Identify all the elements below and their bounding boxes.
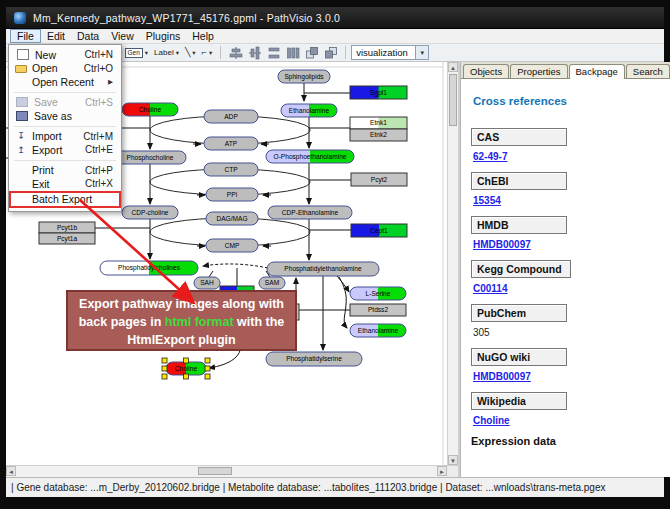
tab-properties[interactable]: Properties [510, 64, 567, 78]
tab-objects[interactable]: Objects [463, 64, 509, 78]
menu-item-shortcut: Ctrl+P [85, 165, 113, 176]
xref-link[interactable]: HMDB00097 [473, 239, 670, 250]
pathway-edge [339, 277, 347, 328]
node-choline-top[interactable]: Choline [122, 103, 178, 116]
node-ethanolamine-bottom[interactable]: Ethanolamine [350, 324, 406, 337]
node-cmp[interactable]: CMP [206, 239, 258, 252]
node-ppi[interactable]: PPi [206, 188, 258, 201]
node-pcyt1a[interactable]: Pcyt1a [39, 233, 95, 244]
scroll-down-icon[interactable]: ▼ [448, 455, 458, 465]
node-ptdss2[interactable]: Ptdss2 [350, 304, 406, 316]
node-l-serine[interactable]: L-Serine [350, 287, 406, 300]
menu-item-open[interactable]: OpenCtrl+O [11, 62, 119, 76]
menu-item-export[interactable]: ExportCtrl+E [11, 143, 119, 157]
node-sphingolipids[interactable]: Sphingolipids [278, 70, 330, 83]
selection-handle[interactable] [184, 374, 189, 379]
xref-link[interactable]: HMDB00097 [473, 371, 670, 382]
chevron-down-icon: ▾ [192, 49, 195, 57]
menu-item-shortcut: Ctrl+O [84, 63, 113, 74]
node-sam[interactable]: SAM [259, 277, 285, 289]
window-title: Mm_Kennedy_pathway_WP1771_45176.gpml - P… [33, 12, 340, 24]
node-sah[interactable]: SAH [194, 277, 220, 289]
visualization-combobox[interactable]: visualization ▾ [351, 45, 429, 60]
selection-handle[interactable] [162, 366, 167, 371]
node-atp[interactable]: ATP [204, 137, 258, 150]
xref-db-header: HMDB [471, 216, 567, 234]
node-pcyt1b[interactable]: Pcyt1b [39, 222, 95, 233]
line-tool-button[interactable]: ╲ ▾ [183, 45, 198, 61]
node-phosphocholine[interactable]: Phosphocholine [114, 151, 186, 164]
vertical-scrollbar[interactable]: ▲ ▼ [447, 62, 458, 465]
node-phosphatidylserine[interactable]: Phosphatidylserine [266, 352, 362, 366]
node-choline-selected[interactable]: Choline [162, 358, 210, 379]
menubar-item-view[interactable]: View [105, 29, 140, 43]
node-adp[interactable]: ADP [204, 110, 258, 123]
horizontal-scrollbar[interactable]: ◄ ► [6, 466, 447, 477]
bring-to-front-button[interactable] [303, 45, 320, 61]
menu-item-shortcut: Ctrl+X [85, 178, 113, 189]
node-pcyt2[interactable]: Pcyt2 [351, 173, 407, 186]
node-label-phosphatidylcholines: Phosphatidylcholines [118, 264, 181, 272]
xref-link[interactable]: 62-49-7 [473, 151, 670, 162]
menubar-item-edit[interactable]: Edit [41, 29, 71, 43]
node-o-phosphoethanolamine[interactable]: O-Phosphoethanolamine [266, 150, 354, 163]
menu-item-exit[interactable]: ExitCtrl+X [11, 177, 119, 191]
menu-item-open-recent[interactable]: Open Recent▶ [11, 75, 119, 89]
node-phosphatidylcholines[interactable]: Phosphatidylcholines [100, 261, 198, 275]
connector-tool-button[interactable]: ⌐ ▾ [200, 45, 215, 61]
menu-item-new[interactable]: NewCtrl+N [11, 48, 119, 62]
menu-item-save[interactable]: SaveCtrl+S [11, 96, 119, 110]
menu-item-shortcut: Ctrl+N [84, 49, 113, 60]
menubar-item-data[interactable]: Data [71, 29, 105, 43]
menubar-item-file[interactable]: File [10, 29, 41, 43]
selection-handle[interactable] [162, 358, 167, 363]
node-cdp-choline[interactable]: CDP-choline [122, 206, 178, 219]
tab-backpage[interactable]: Backpage [569, 64, 625, 79]
horizontal-scroll-thumb[interactable] [198, 467, 232, 475]
align-center-vertical-button[interactable] [246, 45, 263, 61]
selection-handle[interactable] [205, 366, 210, 371]
node-etnk2[interactable]: Etnk2 [350, 129, 407, 141]
status-text: | Gene database: ...m_Derby_20120602.bri… [11, 482, 605, 493]
node-ethanolamine-top[interactable]: Ethanolamine [281, 104, 337, 117]
node-label-etnk1: Etnk1 [370, 119, 387, 126]
node-cept1[interactable]: Cept1 [351, 224, 407, 237]
node-label-ctp: CTP [224, 166, 238, 173]
xref-link[interactable]: Choline [473, 415, 670, 426]
menu-item-print[interactable]: PrintCtrl+P [11, 164, 119, 178]
menu-item-import[interactable]: ImportCtrl+M [11, 130, 119, 144]
menu-item-label: Save [34, 96, 58, 108]
node-ctp[interactable]: CTP [204, 163, 258, 176]
xref-link[interactable]: C00114 [473, 283, 670, 294]
selection-handle[interactable] [205, 374, 210, 379]
label-tool-button[interactable]: Label ▾ [152, 45, 181, 61]
node-etnk1[interactable]: Etnk1 [350, 117, 407, 129]
xref-link[interactable]: 15354 [473, 195, 670, 206]
node-phosphatidylethanolamine[interactable]: Phosphatidylethanolamine [267, 262, 379, 276]
selection-handle[interactable] [162, 374, 167, 379]
side-panel-tabs: ObjectsPropertiesBackpageSearchLegend [461, 62, 670, 79]
menu-item-label: Print [32, 164, 54, 176]
xref-section-hmdb: HMDBHMDB00097 [471, 215, 670, 250]
distribute-horizontal-button[interactable] [284, 45, 301, 61]
cross-references-heading: Cross references [473, 95, 670, 107]
expression-data-heading: Expression data [471, 435, 670, 447]
selection-handle[interactable] [205, 358, 210, 363]
align-center-horizontal-button[interactable] [227, 45, 244, 61]
scroll-up-icon[interactable]: ▲ [448, 62, 458, 72]
node-dag-mag[interactable]: DAG/MAG [206, 212, 258, 225]
scroll-right-icon[interactable]: ► [437, 466, 447, 476]
send-to-back-button[interactable] [322, 45, 339, 61]
vertical-scroll-thumb[interactable] [449, 74, 457, 126]
node-sgpl1[interactable]: Sgpl1 [350, 86, 407, 99]
scroll-left-icon[interactable]: ◄ [6, 466, 16, 476]
gene-datanode-tool-button[interactable]: Gen ▾ [123, 45, 151, 61]
tab-search[interactable]: Search [626, 64, 670, 78]
distribute-vertical-button[interactable] [265, 45, 282, 61]
menu-item-batch-export[interactable]: Batch Export [11, 193, 119, 207]
menu-item-save-as[interactable]: Save as [11, 109, 119, 123]
menubar-item-plugins[interactable]: Plugins [140, 29, 186, 43]
selection-handle[interactable] [184, 358, 189, 363]
menubar-item-help[interactable]: Help [186, 29, 220, 43]
node-cdp-ethanolamine[interactable]: CDP-Ethanolamine [268, 206, 352, 219]
